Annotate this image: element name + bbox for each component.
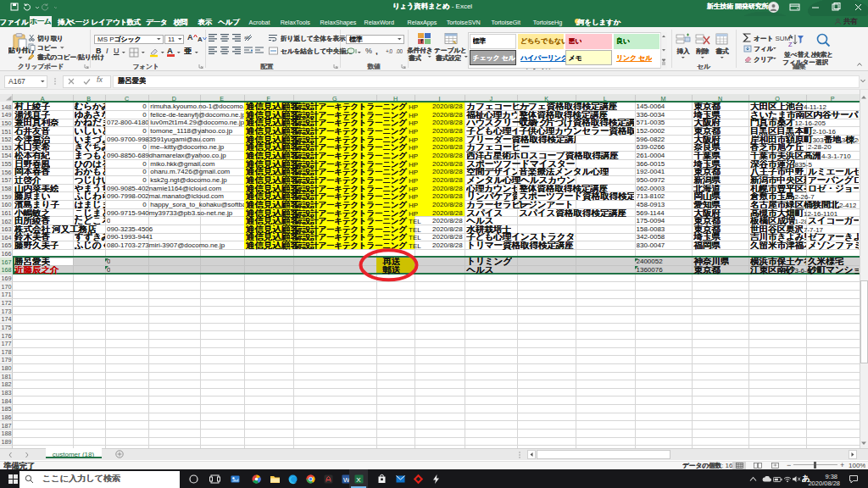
- svg-text:Z: Z: [788, 41, 793, 48]
- svg-text:ab: ab: [244, 35, 250, 40]
- svg-text:f: f: [420, 37, 423, 45]
- svg-text:X: X: [356, 476, 361, 484]
- svg-text:A: A: [788, 33, 793, 41]
